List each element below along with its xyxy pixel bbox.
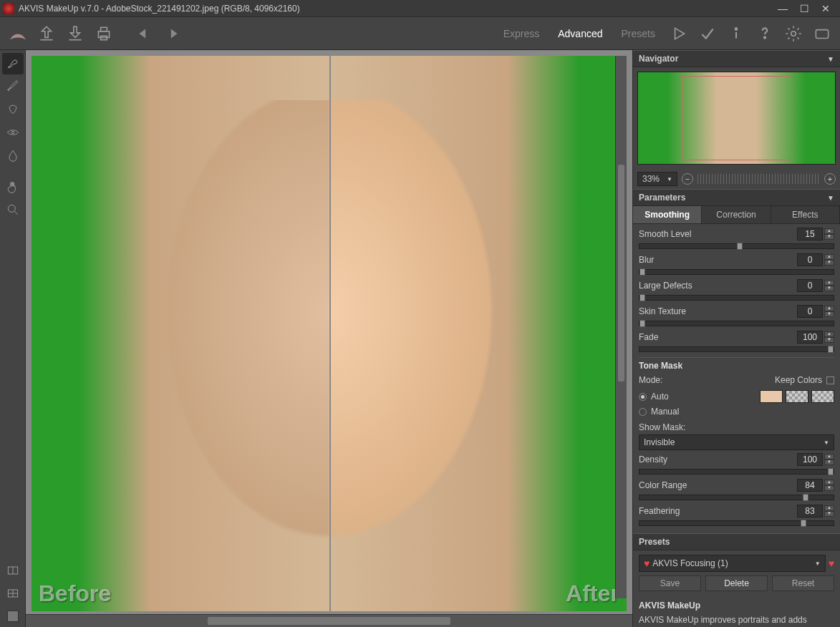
density-spinner[interactable]: ▲▼ [824,454,834,465]
blur-spinner[interactable]: ▲▼ [824,254,834,266]
settings-button[interactable] [781,21,806,46]
fade-slider[interactable] [639,346,834,352]
navigator-viewport[interactable] [682,76,792,160]
navigator-header[interactable]: Navigator ▼ [633,50,840,67]
canvas-wrapper: Before After [26,50,632,627]
density-value[interactable]: 100 [797,453,823,466]
preset-dropdown[interactable]: ♥ AKVIS Focusing (1) ▼ [639,555,826,572]
info-button[interactable] [724,21,748,46]
tool-zoom[interactable] [2,199,24,220]
presets-header[interactable]: Presets [633,533,840,550]
svg-point-3 [735,28,738,30]
info-text: AKVIS MakeUp improves portraits and adds… [639,614,834,627]
undo-button[interactable] [132,21,156,46]
open-file-button[interactable] [34,21,59,46]
tab-smoothing[interactable]: Smoothing [633,206,702,223]
presets-title: Presets [639,537,670,547]
smooth-level-spinner[interactable]: ▲▼ [824,228,834,240]
tab-correction[interactable]: Correction [702,206,771,223]
parameters-header[interactable]: Parameters ▼ [633,189,840,206]
logo-icon [6,21,30,46]
print-button[interactable] [92,21,116,46]
large-defects-spinner[interactable]: ▲▼ [824,280,834,291]
fade-spinner[interactable]: ▲▼ [824,331,834,343]
canvas[interactable]: Before After [26,50,632,614]
swatch-skin[interactable] [760,390,783,403]
svg-point-5 [791,31,796,36]
minimize-button[interactable]: ― [777,3,788,14]
feathering-spinner[interactable]: ▲▼ [824,505,834,517]
right-panel: Navigator ▼ 33%▼ − + Parameters ▼ Smooth… [632,50,840,627]
mode-auto-radio[interactable] [639,393,647,401]
tool-brush[interactable] [2,76,24,97]
preset-reset-button[interactable]: Reset [772,575,834,591]
tool-teeth-whiten[interactable] [2,99,24,120]
skin-texture-slider[interactable] [639,321,834,326]
mode-presets[interactable]: Presets [614,25,662,42]
smooth-level-value[interactable]: 15 [797,228,823,240]
tool-eye[interactable] [2,122,24,143]
blur-label: Blur [639,255,797,265]
feathering-value[interactable]: 83 [797,505,823,517]
skin-texture-value[interactable]: 0 [797,305,823,318]
large-defects-slider[interactable] [639,295,834,301]
large-defects-value[interactable]: 0 [797,279,823,292]
keep-colors-label: Keep Colors [775,375,822,385]
tool-view-single[interactable] [2,560,24,581]
tool-smudge[interactable] [2,53,24,74]
tool-drop[interactable] [2,145,24,166]
notify-button[interactable] [810,21,834,46]
top-toolbar: Express Advanced Presets [0,17,840,50]
smooth-level-slider[interactable] [639,243,834,249]
swatch-checker-1[interactable] [786,390,808,403]
mode-manual-radio[interactable] [639,408,647,416]
tab-effects[interactable]: Effects [771,206,840,223]
redo-button[interactable] [160,21,185,46]
feathering-label: Feathering [639,506,797,516]
canvas-hscroll[interactable] [26,614,632,627]
help-button[interactable] [753,21,777,46]
svg-point-7 [11,131,14,133]
apply-button[interactable] [695,21,720,46]
mode-express[interactable]: Express [496,25,547,42]
after-label: After [566,580,619,607]
preset-save-button[interactable]: Save [639,575,701,591]
app-icon [3,3,14,14]
canvas-vscroll[interactable] [615,56,627,598]
show-mask-dropdown[interactable]: Invisible▼ [639,434,834,450]
tool-color-swatch[interactable] [2,606,24,627]
maximize-button[interactable]: ☐ [798,3,810,14]
svg-rect-1 [101,27,107,31]
skin-texture-spinner[interactable]: ▲▼ [824,306,834,317]
zoom-slider[interactable] [697,174,820,184]
split-divider[interactable] [329,56,331,611]
color-range-spinner[interactable]: ▲▼ [824,480,834,491]
run-button[interactable] [667,21,691,46]
navigator-thumb[interactable] [637,72,836,165]
blur-slider[interactable] [639,269,834,275]
tool-view-split[interactable] [2,583,24,604]
keep-colors-checkbox[interactable] [826,376,834,384]
left-toolbar [0,50,26,627]
density-slider[interactable] [639,469,834,475]
blur-value[interactable]: 0 [797,253,823,266]
preset-delete-button[interactable]: Delete [705,575,768,591]
swatch-checker-2[interactable] [811,390,834,403]
svg-rect-6 [816,29,828,38]
save-file-button[interactable] [63,21,87,46]
color-range-slider[interactable] [639,495,834,500]
mode-advanced[interactable]: Advanced [551,25,609,42]
zoom-in-button[interactable]: + [824,173,836,185]
tool-hand[interactable] [2,176,24,198]
svg-rect-0 [98,31,109,37]
fade-value[interactable]: 100 [797,331,823,344]
density-label: Density [639,455,797,465]
feathering-slider[interactable] [639,520,834,526]
large-defects-label: Large Defects [639,281,797,291]
close-button[interactable]: ✕ [820,3,831,14]
favorite-button[interactable]: ♥ [829,558,834,569]
zoom-dropdown[interactable]: 33%▼ [637,172,677,186]
titlebar: AKVIS MakeUp v.7.0 - AdobeStock_22149120… [0,0,840,17]
color-range-value[interactable]: 84 [797,479,823,492]
zoom-out-button[interactable]: − [682,173,693,185]
